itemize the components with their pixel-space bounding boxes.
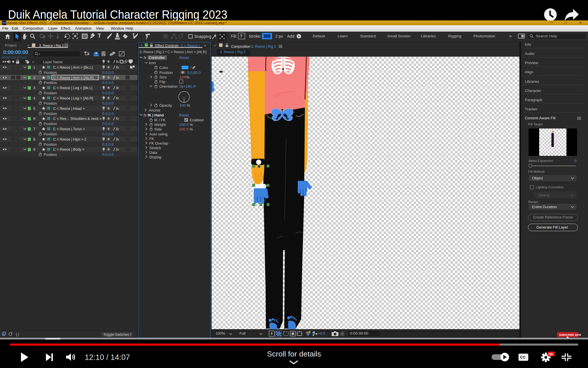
svg-text:%: % [186, 75, 189, 79]
svg-text:×: × [27, 43, 29, 47]
svg-text:0.0,0.0: 0.0,0.0 [102, 91, 114, 95]
svg-text:Position: Position [44, 91, 57, 95]
svg-text:00000 (24.00 fps): 00000 (24.00 fps) [2, 56, 26, 59]
svg-text:C < Reece | Head >: C < Reece | Head > [53, 107, 85, 111]
svg-text:2: 2 [33, 76, 35, 80]
svg-text:»: » [204, 43, 206, 47]
svg-text:fx: fx [144, 55, 147, 60]
svg-text:C < Reece | Body >: C < Reece | Body > [53, 147, 84, 152]
svg-text:3: 3 [33, 86, 35, 90]
svg-text:C < Reece | Torso >: C < Reece | Torso > [53, 127, 85, 131]
svg-text:Layer Name: Layer Name [43, 60, 63, 64]
svg-text:104: 104 [179, 75, 186, 79]
svg-text:×: × [140, 43, 142, 47]
svg-text:0.0,0.0: 0.0,0.0 [102, 122, 114, 126]
svg-text:Position: Position [44, 132, 57, 136]
svg-text:Flip: Flip [159, 80, 165, 84]
svg-text:FK: FK [149, 137, 154, 141]
svg-text:4: 4 [33, 96, 35, 100]
svg-text:6: 6 [33, 117, 35, 121]
svg-text:1: 1 [33, 66, 35, 70]
svg-text:Effect Controls: Effect Controls [155, 44, 179, 48]
svg-text:0.0,0.0: 0.0,0.0 [102, 152, 114, 157]
svg-text:Position: Position [44, 112, 57, 116]
svg-text:FK Overlap: FK Overlap [149, 141, 168, 145]
svg-text:#: # [32, 60, 34, 64]
svg-text:{ }: { } [16, 332, 19, 336]
svg-text:Position: Position [44, 70, 57, 75]
svg-text:Stretch: Stretch [149, 146, 161, 150]
svg-text:Reset: Reset [179, 55, 189, 60]
svg-text:C < Ree... Shoulders & neck >: C < Ree... Shoulders & neck > [53, 117, 102, 121]
svg-text:Orientation: Orientation [159, 84, 178, 89]
svg-text:0.0,0.0: 0.0,0.0 [102, 80, 114, 85]
svg-text:3. Reece | Rig 2 • C < Reece |: 3. Reece | Rig 2 • C < Reece | Arm > [Ab… [140, 50, 206, 54]
svg-text:Opacity: Opacity [159, 103, 172, 108]
svg-text:Color: Color [159, 66, 169, 70]
svg-text:IK | Hand: IK | Hand [148, 113, 164, 117]
svg-text:C < Reece | Leg > [Ab.R]: C < Reece | Leg > [Ab.R] [53, 96, 93, 100]
svg-text:Reset: Reset [179, 113, 189, 117]
svg-text:Toggle Switches /: Toggle Switches / [103, 333, 131, 337]
svg-text:Anchor: Anchor [149, 108, 161, 112]
svg-text:C < Reece | Leg > [Bk.L]: C < Reece | Leg > [Bk.L] [53, 86, 92, 90]
svg-text:0:00:00:00: 0:00:00:00 [3, 49, 28, 55]
svg-text:Position: Position [44, 142, 57, 147]
svg-text:Weight: Weight [154, 122, 166, 127]
svg-text:100.0 %: 100.0 % [179, 122, 193, 127]
svg-text:Controller: Controller [149, 55, 165, 60]
svg-text:100 %: 100 % [179, 103, 190, 108]
svg-text:7: 7 [33, 127, 35, 131]
svg-text:C < Reece |: C < Reece | [181, 44, 200, 48]
svg-text:Project: Project [5, 43, 17, 47]
svg-text:Position: Position [44, 122, 57, 126]
svg-text:fx: fx [144, 113, 147, 117]
svg-text:0.0,85.0: 0.0,85.0 [187, 70, 201, 75]
svg-text:Icon: Icon [149, 61, 156, 65]
svg-text:Position: Position [44, 152, 57, 157]
svg-text:0.0,0.0: 0.0,0.0 [102, 70, 114, 75]
svg-text:Side: Side [154, 127, 162, 131]
svg-text:0.0,0.0: 0.0,0.0 [102, 112, 114, 116]
svg-text:3. Reece | Rig 2: 3. Reece | Rig 2 [39, 44, 64, 48]
svg-text:9: 9 [33, 147, 35, 152]
svg-text:C < Reece | Arm > [Bk.L]: C < Reece | Arm > [Bk.L] [53, 66, 93, 70]
svg-text:.: . [36, 60, 37, 64]
svg-text:Position: Position [159, 70, 173, 75]
svg-text:Display: Display [149, 155, 162, 159]
svg-text:Position: Position [44, 80, 57, 85]
svg-text:5: 5 [33, 107, 35, 111]
svg-text:8: 8 [33, 137, 35, 141]
svg-text:Auto swing: Auto swing [149, 132, 168, 136]
svg-text:Enabled: Enabled [190, 118, 204, 122]
svg-text:C < Reece | Hips > 2: C < Reece | Hips > 2 [53, 137, 86, 141]
svg-text:0.0,0.0: 0.0,0.0 [102, 142, 114, 147]
svg-text:0.0,0.0: 0.0,0.0 [102, 101, 114, 106]
svg-text:IK / FK: IK / FK [154, 118, 166, 122]
svg-text:Size: Size [159, 75, 167, 79]
svg-text:0.0,0.0: 0.0,0.0 [102, 132, 114, 136]
svg-text:Position: Position [44, 101, 57, 106]
svg-text:0x+180.0°: 0x+180.0° [179, 84, 196, 89]
svg-text:Data: Data [149, 150, 157, 155]
svg-text:C < Reece | Arm > [Ab.R]: C < Reece | Arm > [Ab.R] [53, 76, 94, 80]
svg-text:100.0 %: 100.0 % [179, 127, 193, 131]
